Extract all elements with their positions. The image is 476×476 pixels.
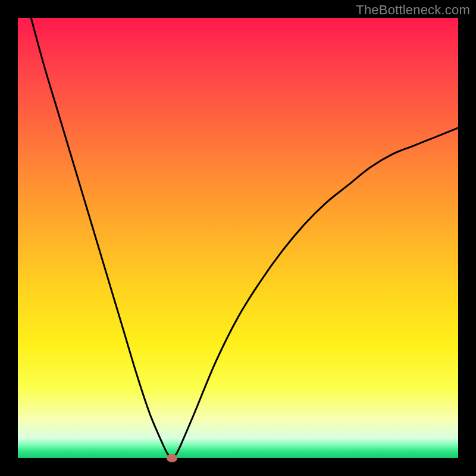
curve-path <box>31 18 458 458</box>
watermark-text: TheBottleneck.com <box>356 2 470 18</box>
chart-frame <box>18 18 458 458</box>
optimum-marker <box>167 454 177 462</box>
bottleneck-curve <box>18 18 458 458</box>
